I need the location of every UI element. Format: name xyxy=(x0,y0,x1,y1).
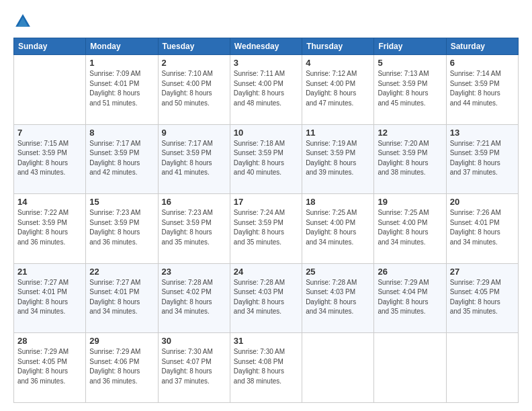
day-cell: 28Sunrise: 7:29 AM Sunset: 4:05 PM Dayli… xyxy=(14,333,86,403)
weekday-header-row: SundayMondayTuesdayWednesdayThursdayFrid… xyxy=(14,38,519,55)
day-cell: 13Sunrise: 7:21 AM Sunset: 3:59 PM Dayli… xyxy=(446,124,518,194)
week-row-3: 14Sunrise: 7:22 AM Sunset: 3:59 PM Dayli… xyxy=(14,194,519,264)
day-number: 4 xyxy=(306,58,370,68)
day-info: Sunrise: 7:30 AM Sunset: 4:08 PM Dayligh… xyxy=(234,347,298,386)
day-number: 13 xyxy=(450,128,515,138)
day-number: 8 xyxy=(89,128,154,138)
day-cell: 17Sunrise: 7:24 AM Sunset: 3:59 PM Dayli… xyxy=(230,194,302,264)
page: SundayMondayTuesdayWednesdayThursdayFrid… xyxy=(0,0,532,411)
day-cell: 30Sunrise: 7:30 AM Sunset: 4:07 PM Dayli… xyxy=(158,333,230,403)
day-number: 7 xyxy=(17,128,82,138)
generalblue-icon xyxy=(13,12,32,31)
day-cell: 12Sunrise: 7:20 AM Sunset: 3:59 PM Dayli… xyxy=(374,124,446,194)
day-cell: 20Sunrise: 7:26 AM Sunset: 4:01 PM Dayli… xyxy=(446,194,518,264)
day-cell xyxy=(14,55,86,125)
weekday-header-wednesday: Wednesday xyxy=(230,38,302,55)
week-row-1: 1Sunrise: 7:09 AM Sunset: 4:01 PM Daylig… xyxy=(14,55,519,125)
day-cell xyxy=(302,333,374,403)
day-cell: 11Sunrise: 7:19 AM Sunset: 3:59 PM Dayli… xyxy=(302,124,374,194)
weekday-header-tuesday: Tuesday xyxy=(158,38,230,55)
day-cell: 3Sunrise: 7:11 AM Sunset: 4:00 PM Daylig… xyxy=(230,55,302,125)
day-number: 5 xyxy=(378,58,442,68)
day-info: Sunrise: 7:27 AM Sunset: 4:01 PM Dayligh… xyxy=(17,278,82,317)
day-number: 29 xyxy=(89,336,154,346)
day-number: 12 xyxy=(378,128,442,138)
day-number: 2 xyxy=(162,58,226,68)
day-info: Sunrise: 7:25 AM Sunset: 4:00 PM Dayligh… xyxy=(306,208,370,247)
day-cell: 21Sunrise: 7:27 AM Sunset: 4:01 PM Dayli… xyxy=(14,263,86,333)
day-cell: 22Sunrise: 7:27 AM Sunset: 4:01 PM Dayli… xyxy=(86,263,158,333)
day-info: Sunrise: 7:23 AM Sunset: 3:59 PM Dayligh… xyxy=(162,208,226,247)
day-number: 3 xyxy=(234,58,298,68)
day-info: Sunrise: 7:21 AM Sunset: 3:59 PM Dayligh… xyxy=(450,139,515,178)
day-number: 15 xyxy=(89,197,154,207)
day-info: Sunrise: 7:09 AM Sunset: 4:01 PM Dayligh… xyxy=(89,69,154,108)
day-info: Sunrise: 7:29 AM Sunset: 4:04 PM Dayligh… xyxy=(378,278,442,317)
calendar-table: SundayMondayTuesdayWednesdayThursdayFrid… xyxy=(13,38,519,403)
day-info: Sunrise: 7:22 AM Sunset: 3:59 PM Dayligh… xyxy=(17,208,82,247)
day-info: Sunrise: 7:25 AM Sunset: 4:00 PM Dayligh… xyxy=(378,208,442,247)
day-info: Sunrise: 7:29 AM Sunset: 4:05 PM Dayligh… xyxy=(17,347,82,386)
day-info: Sunrise: 7:28 AM Sunset: 4:03 PM Dayligh… xyxy=(306,278,370,317)
day-cell: 27Sunrise: 7:29 AM Sunset: 4:05 PM Dayli… xyxy=(446,263,518,333)
day-cell: 5Sunrise: 7:13 AM Sunset: 3:59 PM Daylig… xyxy=(374,55,446,125)
day-cell: 14Sunrise: 7:22 AM Sunset: 3:59 PM Dayli… xyxy=(14,194,86,264)
weekday-header-saturday: Saturday xyxy=(446,38,518,55)
week-row-2: 7Sunrise: 7:15 AM Sunset: 3:59 PM Daylig… xyxy=(14,124,519,194)
weekday-header-thursday: Thursday xyxy=(302,38,374,55)
day-cell: 18Sunrise: 7:25 AM Sunset: 4:00 PM Dayli… xyxy=(302,194,374,264)
day-cell: 29Sunrise: 7:29 AM Sunset: 4:06 PM Dayli… xyxy=(86,333,158,403)
day-cell xyxy=(446,333,518,403)
day-info: Sunrise: 7:14 AM Sunset: 3:59 PM Dayligh… xyxy=(450,69,515,108)
day-number: 21 xyxy=(17,267,82,277)
day-info: Sunrise: 7:15 AM Sunset: 3:59 PM Dayligh… xyxy=(17,139,82,178)
day-number: 23 xyxy=(162,267,226,277)
day-number: 14 xyxy=(17,197,82,207)
day-info: Sunrise: 7:18 AM Sunset: 3:59 PM Dayligh… xyxy=(234,139,298,178)
day-cell: 25Sunrise: 7:28 AM Sunset: 4:03 PM Dayli… xyxy=(302,263,374,333)
day-number: 6 xyxy=(450,58,515,68)
day-number: 17 xyxy=(234,197,298,207)
day-number: 11 xyxy=(306,128,370,138)
weekday-header-monday: Monday xyxy=(86,38,158,55)
day-number: 18 xyxy=(306,197,370,207)
weekday-header-friday: Friday xyxy=(374,38,446,55)
week-row-4: 21Sunrise: 7:27 AM Sunset: 4:01 PM Dayli… xyxy=(14,263,519,333)
day-cell xyxy=(374,333,446,403)
day-cell: 24Sunrise: 7:28 AM Sunset: 4:03 PM Dayli… xyxy=(230,263,302,333)
day-info: Sunrise: 7:28 AM Sunset: 4:03 PM Dayligh… xyxy=(234,278,298,317)
day-cell: 7Sunrise: 7:15 AM Sunset: 3:59 PM Daylig… xyxy=(14,124,86,194)
day-number: 24 xyxy=(234,267,298,277)
day-info: Sunrise: 7:28 AM Sunset: 4:02 PM Dayligh… xyxy=(162,278,226,317)
day-cell: 9Sunrise: 7:17 AM Sunset: 3:59 PM Daylig… xyxy=(158,124,230,194)
day-info: Sunrise: 7:17 AM Sunset: 3:59 PM Dayligh… xyxy=(89,139,154,178)
day-number: 27 xyxy=(450,267,515,277)
day-number: 9 xyxy=(162,128,226,138)
day-info: Sunrise: 7:10 AM Sunset: 4:00 PM Dayligh… xyxy=(162,69,226,108)
day-info: Sunrise: 7:17 AM Sunset: 3:59 PM Dayligh… xyxy=(162,139,226,178)
day-info: Sunrise: 7:11 AM Sunset: 4:00 PM Dayligh… xyxy=(234,69,298,108)
day-info: Sunrise: 7:20 AM Sunset: 3:59 PM Dayligh… xyxy=(378,139,442,178)
day-number: 19 xyxy=(378,197,442,207)
day-info: Sunrise: 7:26 AM Sunset: 4:01 PM Dayligh… xyxy=(450,208,515,247)
day-number: 26 xyxy=(378,267,442,277)
day-number: 16 xyxy=(162,197,226,207)
day-cell: 8Sunrise: 7:17 AM Sunset: 3:59 PM Daylig… xyxy=(86,124,158,194)
day-info: Sunrise: 7:29 AM Sunset: 4:05 PM Dayligh… xyxy=(450,278,515,317)
day-info: Sunrise: 7:24 AM Sunset: 3:59 PM Dayligh… xyxy=(234,208,298,247)
day-number: 25 xyxy=(306,267,370,277)
header xyxy=(13,12,519,31)
day-cell: 31Sunrise: 7:30 AM Sunset: 4:08 PM Dayli… xyxy=(230,333,302,403)
day-info: Sunrise: 7:19 AM Sunset: 3:59 PM Dayligh… xyxy=(306,139,370,178)
day-info: Sunrise: 7:23 AM Sunset: 3:59 PM Dayligh… xyxy=(89,208,154,247)
logo xyxy=(13,12,35,31)
day-cell: 15Sunrise: 7:23 AM Sunset: 3:59 PM Dayli… xyxy=(86,194,158,264)
weekday-header-sunday: Sunday xyxy=(14,38,86,55)
day-info: Sunrise: 7:13 AM Sunset: 3:59 PM Dayligh… xyxy=(378,69,442,108)
day-cell: 4Sunrise: 7:12 AM Sunset: 4:00 PM Daylig… xyxy=(302,55,374,125)
day-number: 30 xyxy=(162,336,226,346)
day-cell: 19Sunrise: 7:25 AM Sunset: 4:00 PM Dayli… xyxy=(374,194,446,264)
day-info: Sunrise: 7:12 AM Sunset: 4:00 PM Dayligh… xyxy=(306,69,370,108)
day-cell: 1Sunrise: 7:09 AM Sunset: 4:01 PM Daylig… xyxy=(86,55,158,125)
day-cell: 10Sunrise: 7:18 AM Sunset: 3:59 PM Dayli… xyxy=(230,124,302,194)
